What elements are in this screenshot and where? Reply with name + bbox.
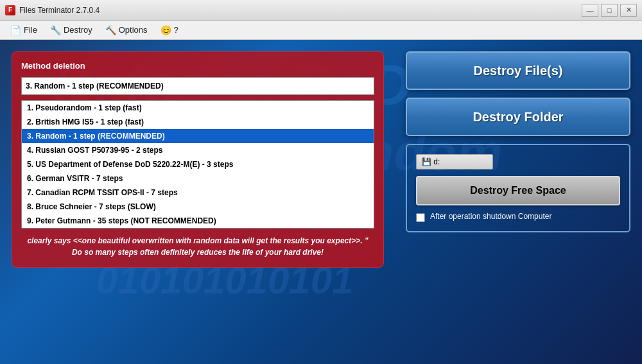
destroy-free-space-label: Destroy Free Space — [470, 185, 566, 196]
window-controls: — □ ✕ — [582, 4, 637, 17]
method-item-3[interactable]: 3. Random - 1 step (RECOMMENDED) — [22, 129, 374, 143]
menu-file[interactable]: 📄 File — [5, 22, 42, 38]
method-item-6[interactable]: 6. German VSITR - 7 steps — [22, 171, 374, 186]
menu-help[interactable]: 😊 ? — [155, 22, 184, 38]
method-item-1[interactable]: 1. Pseudorandom - 1 step (fast) — [22, 101, 374, 115]
maximize-button[interactable]: □ — [601, 4, 618, 17]
destroy-free-space-button[interactable]: Destroy Free Space — [416, 176, 620, 205]
destroy-icon: 🔧 — [50, 25, 61, 35]
method-item-5[interactable]: 5. US Department of Defense DoD 5220.22-… — [22, 157, 374, 171]
method-item-8[interactable]: 8. Bruce Schneier - 7 steps (SLOW) — [22, 200, 374, 214]
shutdown-checkbox[interactable] — [416, 213, 425, 222]
menu-destroy-label: Destroy — [64, 25, 92, 35]
menu-options-label: Options — [119, 25, 148, 35]
method-item-4[interactable]: 4. Russian GOST P50739-95 - 2 steps — [22, 143, 374, 157]
shutdown-label: After operation shutdown Computer — [430, 212, 551, 221]
method-description: clearly says <<one beautiful overwritten… — [21, 235, 374, 258]
main-content: Defense DoD Pseudorandom Gutmann 0101010… — [0, 40, 642, 364]
minimize-button[interactable]: — — [582, 4, 598, 17]
method-item-9[interactable]: 9. Peter Gutmann - 35 steps (NOT RECOMME… — [22, 214, 374, 228]
destroy-files-button[interactable]: Destroy File(s) — [406, 51, 630, 90]
destroy-free-space-panel: 💾 d: 💾 c: 💾 e: Destroy Free Space After … — [406, 144, 630, 232]
destroy-folder-button[interactable]: Destroy Folder — [406, 98, 630, 136]
file-icon: 📄 — [10, 25, 21, 35]
menu-bar: 📄 File 🔧 Destroy 🔨 Options 😊 ? — [0, 21, 642, 40]
title-bar: F Files Terminator 2.7.0.4 — □ ✕ — [0, 0, 642, 21]
method-item-7[interactable]: 7. Canadian RCPM TSSIT OPS-II - 7 steps — [22, 186, 374, 200]
app-icon: F — [5, 5, 15, 15]
options-icon: 🔨 — [105, 25, 116, 35]
help-icon: 😊 — [160, 25, 171, 35]
right-panel: Destroy File(s) Destroy Folder 💾 d: 💾 c:… — [406, 51, 630, 232]
drive-selector: 💾 d: 💾 c: 💾 e: — [416, 154, 620, 169]
drive-dropdown[interactable]: 💾 d: 💾 c: 💾 e: — [416, 154, 493, 169]
shutdown-option: After operation shutdown Computer — [416, 212, 620, 222]
close-button[interactable]: ✕ — [620, 4, 637, 17]
destroy-folder-label: Destroy Folder — [473, 110, 563, 125]
panel-title: Method deletion — [21, 61, 374, 71]
method-dropdown[interactable]: 9. Peter Gutmann - 35 steps (NOT RECOMME… — [21, 77, 374, 95]
method-item-2[interactable]: 2. British HMG IS5 - 1 step (fast) — [22, 115, 374, 129]
destroy-files-label: Destroy File(s) — [474, 64, 563, 78]
method-deletion-panel: Method deletion 9. Peter Gutmann - 35 st… — [12, 51, 384, 268]
menu-help-label: ? — [174, 25, 178, 35]
menu-file-label: File — [24, 25, 37, 35]
menu-options[interactable]: 🔨 Options — [100, 22, 153, 38]
method-dropdown-container: 9. Peter Gutmann - 35 steps (NOT RECOMME… — [21, 77, 374, 95]
methods-list: 1. Pseudorandom - 1 step (fast) 2. Briti… — [21, 100, 374, 229]
app-title: Files Terminator 2.7.0.4 — [19, 6, 100, 15]
menu-destroy[interactable]: 🔧 Destroy — [45, 22, 98, 38]
